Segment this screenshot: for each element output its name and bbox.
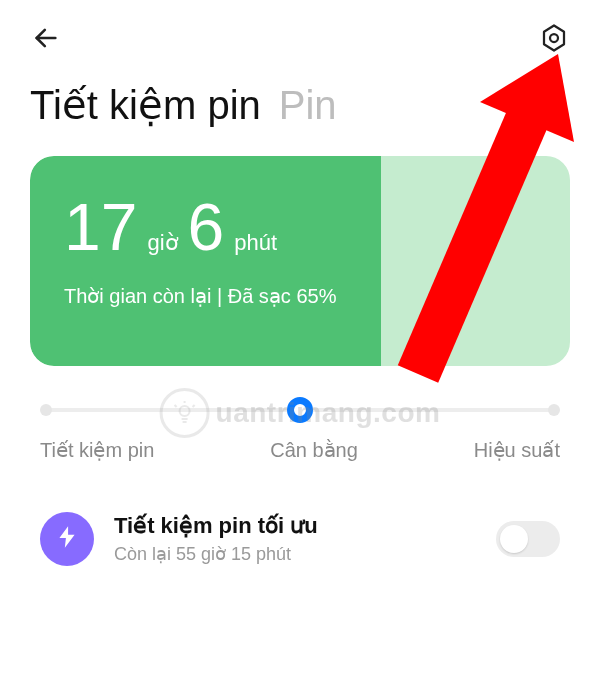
slider-label-performance: Hiệu suất: [474, 438, 560, 462]
svg-point-2: [550, 34, 558, 42]
gear-icon: [539, 23, 569, 57]
minutes-value: 6: [188, 194, 225, 260]
optimal-saver-title: Tiết kiệm pin tối ưu: [114, 513, 476, 539]
bolt-icon: [54, 524, 80, 554]
bolt-icon-badge: [40, 512, 94, 566]
page-tabs: Tiết kiệm pin Pin: [0, 72, 600, 156]
back-button[interactable]: [26, 20, 66, 60]
toggle-knob: [500, 525, 528, 553]
arrow-left-icon: [32, 24, 60, 56]
optimal-saver-row: Tiết kiệm pin tối ưu Còn lại 55 giờ 15 p…: [0, 462, 600, 566]
slider-label-balanced: Cân bằng: [270, 438, 358, 462]
tab-battery[interactable]: Pin: [279, 83, 337, 128]
battery-remaining-card[interactable]: 17 giờ 6 phút Thời gian còn lại | Đã sạc…: [30, 156, 570, 366]
remaining-time: 17 giờ 6 phút: [64, 194, 536, 260]
settings-button[interactable]: [534, 20, 574, 60]
slider-tick-left: [40, 404, 52, 416]
performance-slider[interactable]: [40, 402, 560, 418]
slider-label-saver: Tiết kiệm pin: [40, 438, 154, 462]
hours-value: 17: [64, 194, 137, 260]
slider-tick-right: [548, 404, 560, 416]
tab-battery-saver[interactable]: Tiết kiệm pin: [30, 82, 261, 128]
slider-thumb[interactable]: [287, 397, 313, 423]
svg-marker-1: [544, 26, 564, 51]
optimal-saver-toggle[interactable]: [496, 521, 560, 557]
slider-labels: Tiết kiệm pin Cân bằng Hiệu suất: [40, 438, 560, 462]
battery-status-text: Thời gian còn lại | Đã sạc 65%: [64, 284, 536, 308]
minutes-unit: phút: [234, 230, 277, 256]
hours-unit: giờ: [147, 230, 177, 256]
optimal-saver-subtitle: Còn lại 55 giờ 15 phút: [114, 543, 476, 565]
